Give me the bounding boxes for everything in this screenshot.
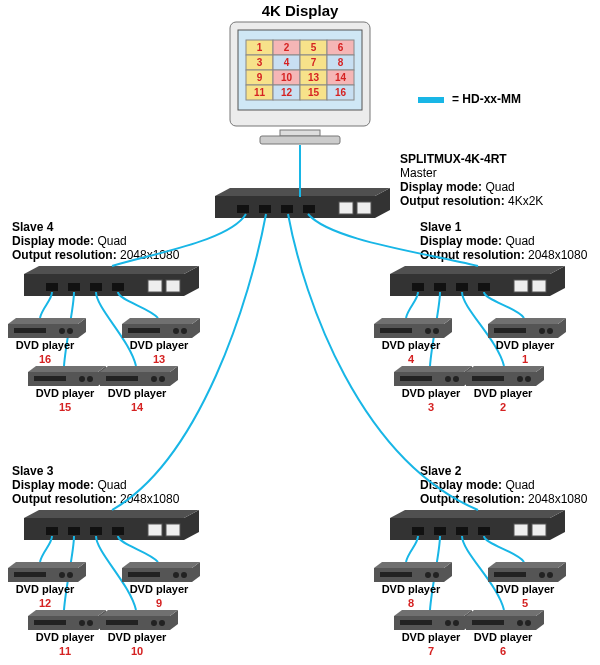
svg-rect-15 (280, 130, 320, 136)
svg-text:10: 10 (131, 645, 143, 657)
svg-text:DVD player: DVD player (474, 631, 533, 643)
dvd-group-s3: DVD player12 DVD player9 DVD player11 DV… (8, 562, 200, 657)
svg-text:5: 5 (522, 597, 528, 609)
svg-text:3: 3 (428, 401, 434, 413)
svg-text:DVD player: DVD player (108, 387, 167, 399)
slave2-labels: Slave 2 Display mode: Quad Output resolu… (420, 464, 588, 506)
slave1-labels: Slave 1 Display mode: Quad Output resolu… (420, 220, 588, 262)
grid-cell-number: 16 (335, 87, 347, 98)
svg-text:14: 14 (131, 401, 144, 413)
svg-text:DVD player: DVD player (16, 339, 75, 351)
svg-text:6: 6 (500, 645, 506, 657)
grid-cell-number: 9 (257, 72, 263, 83)
grid-cell-number: 6 (338, 42, 344, 53)
svg-rect-16 (260, 136, 340, 144)
grid-cell-number: 15 (308, 87, 320, 98)
grid-cell-number: 11 (254, 87, 266, 98)
grid-cell-number: 7 (311, 57, 317, 68)
svg-text:Display mode: Quad: Display mode: Quad (420, 478, 535, 492)
svg-text:DVD player: DVD player (130, 583, 189, 595)
grid-cell-number: 5 (311, 42, 317, 53)
dvd-group-s4: DVD player16 DVD player13 DVD player15 D… (8, 318, 200, 413)
svg-text:DVD player: DVD player (130, 339, 189, 351)
legend: = HD-xx-MM (418, 92, 521, 106)
svg-text:Display mode: Quad: Display mode: Quad (420, 234, 535, 248)
slave4-splitter (24, 266, 199, 296)
svg-text:Display mode: Quad: Display mode: Quad (12, 234, 127, 248)
svg-text:Output resolution: 2048x1080: Output resolution: 2048x1080 (12, 492, 180, 506)
master-mode-label: Display mode: (400, 180, 482, 194)
slave2-splitter (390, 510, 565, 540)
svg-text:13: 13 (153, 353, 165, 365)
svg-text:Output resolution: 2048x1080: Output resolution: 2048x1080 (420, 248, 588, 262)
svg-text:Output resolution: 2048x1080: Output resolution: 2048x1080 (420, 492, 588, 506)
master-res-label: Output resolution: (400, 194, 505, 208)
svg-text:16: 16 (39, 353, 51, 365)
slave3-labels: Slave 3 Display mode: Quad Output resolu… (12, 464, 180, 506)
svg-text:DVD player: DVD player (402, 631, 461, 643)
svg-text:DVD player: DVD player (496, 583, 555, 595)
svg-text:DVD player: DVD player (382, 339, 441, 351)
dvd-group-s1: DVD player4 DVD player1 DVD player3 DVD … (374, 318, 566, 413)
svg-text:Output resolution: 4Kx2K: Output resolution: 4Kx2K (400, 194, 543, 208)
svg-text:7: 7 (428, 645, 434, 657)
svg-text:DVD player: DVD player (496, 339, 555, 351)
svg-text:DVD player: DVD player (36, 631, 95, 643)
grid-cell-number: 3 (257, 57, 263, 68)
grid-cell-number: 12 (281, 87, 293, 98)
grid-cell-number: 10 (281, 72, 293, 83)
svg-text:9: 9 (156, 597, 162, 609)
grid-cell-number: 13 (308, 72, 320, 83)
dvd-group-s2: DVD player8 DVD player5 DVD player7 DVD … (374, 562, 566, 657)
slave4-labels: Slave 4 Display mode: Quad Output resolu… (12, 220, 180, 262)
master-splitter-device (215, 188, 390, 218)
svg-text:12: 12 (39, 597, 51, 609)
svg-text:Slave 2: Slave 2 (420, 464, 462, 478)
svg-text:11: 11 (59, 645, 71, 657)
master-mode-value: Quad (485, 180, 514, 194)
page-title: 4K Display (262, 2, 339, 19)
master-role: Master (400, 166, 437, 180)
svg-text:Display mode: Quad: Display mode: Quad (400, 180, 515, 194)
svg-text:Display mode: Quad: Display mode: Quad (12, 478, 127, 492)
grid-cell-number: 1 (257, 42, 263, 53)
legend-label: = HD-xx-MM (452, 92, 521, 106)
svg-text:2: 2 (500, 401, 506, 413)
slave3-splitter (24, 510, 199, 540)
slave4-name: Slave 4 (12, 220, 54, 234)
master-res-value: 4Kx2K (508, 194, 543, 208)
master-name: SPLITMUX-4K-4RT (400, 152, 507, 166)
slave1-splitter (390, 266, 565, 296)
display-monitor: 12563478910131411121516 (230, 22, 370, 144)
svg-text:Slave 1: Slave 1 (420, 220, 462, 234)
svg-text:15: 15 (59, 401, 71, 413)
svg-text:Slave 3: Slave 3 (12, 464, 54, 478)
svg-text:DVD player: DVD player (402, 387, 461, 399)
svg-text:DVD player: DVD player (474, 387, 533, 399)
grid-cell-number: 14 (335, 72, 347, 83)
diagram-root: 4K Display 12563478910131411121516 = HD-… (0, 0, 600, 665)
grid-cell-number: 2 (284, 42, 290, 53)
svg-rect-17 (418, 97, 444, 103)
svg-text:DVD player: DVD player (16, 583, 75, 595)
svg-text:8: 8 (408, 597, 414, 609)
grid-cell-number: 8 (338, 57, 344, 68)
svg-text:DVD player: DVD player (382, 583, 441, 595)
svg-text:DVD player: DVD player (36, 387, 95, 399)
svg-text:DVD player: DVD player (108, 631, 167, 643)
master-labels: SPLITMUX-4K-4RT Master Display mode: Qua… (400, 152, 543, 208)
svg-text:1: 1 (522, 353, 528, 365)
svg-text:4: 4 (408, 353, 415, 365)
grid-cell-number: 4 (284, 57, 290, 68)
